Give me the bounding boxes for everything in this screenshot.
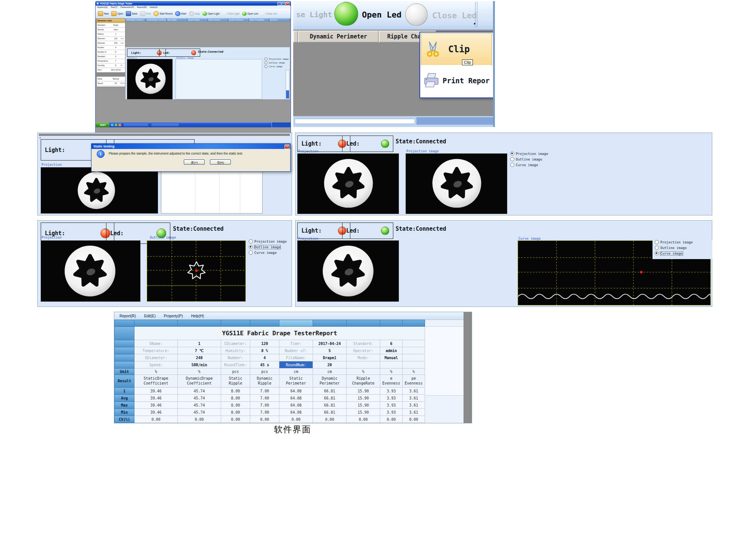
radio-outline-image[interactable]: Outline image: [249, 245, 287, 249]
radio-curve-image[interactable]: Curve image: [510, 163, 548, 167]
parameter-row[interactable]: Number 4: [97, 46, 125, 50]
result-list-area: [161, 167, 263, 214]
toolbar-button[interactable]: New: [97, 11, 110, 16]
parameter-row[interactable]: Standard 6: [97, 55, 125, 59]
scroll-left-icon[interactable]: ◂: [39, 136, 41, 139]
menu-item[interactable]: Test(T): [111, 6, 118, 8]
quicklaunch-icon[interactable]: [118, 124, 121, 126]
radio-projection-image[interactable]: Projection image: [249, 239, 287, 243]
toolbar-button[interactable]: Open Led: [241, 11, 259, 16]
toolbar-button[interactable]: Print: [139, 11, 152, 16]
outline-grid-graphic: [147, 241, 245, 301]
radio-outline-image[interactable]: Outline image: [510, 157, 548, 161]
menu-item[interactable]: Parameter(P): [121, 6, 134, 8]
toolbar-label: New: [104, 12, 109, 15]
horizontal-scrollbar[interactable]: [295, 119, 415, 124]
menu-property[interactable]: Property(P): [164, 314, 183, 318]
yes-button[interactable]: 是(Y): [184, 159, 205, 165]
close-button[interactable]: ×: [286, 2, 289, 6]
quicklaunch-icon[interactable]: [115, 124, 117, 126]
start-button[interactable]: start: [96, 122, 110, 127]
work-area: [125, 22, 290, 47]
parameter-row[interactable]: Temperature 7: [97, 59, 125, 63]
column-header[interactable]: Ripple ChangeRate: [249, 18, 269, 22]
light-label: Light:: [301, 227, 322, 234]
radio-projection-image[interactable]: Projection image: [655, 240, 693, 244]
parameter-row[interactable]: Special value: [97, 28, 125, 32]
toolbar-button[interactable]: Start: [174, 11, 187, 16]
open-led-button[interactable]: Open Led: [362, 10, 402, 19]
radio-option[interactable]: Projection image: [264, 57, 289, 60]
parameter-row[interactable]: Speed 50 R/min: [97, 81, 125, 86]
parameter-row[interactable]: RoundTime 45 s: [97, 86, 125, 87]
close-led-button[interactable]: Close Led: [432, 11, 477, 20]
static-testing-panel: ◂ Light: Led: Projection Static testing …: [37, 133, 292, 215]
parameter-row[interactable]: Number of 5: [97, 50, 125, 55]
parameter-row[interactable]: SName 1: [97, 32, 125, 37]
parameter-row[interactable]: Standard Drape: [97, 23, 125, 28]
context-menu-item-print-report[interactable]: Print Repor: [421, 65, 491, 96]
vertical-scrollbar[interactable]: [286, 70, 289, 100]
close-led-orb-icon[interactable]: [405, 3, 428, 26]
column-header[interactable]: DynamicDrape Coefficient: [146, 18, 167, 22]
grid-header-dynamic-perimeter[interactable]: Dynamic Perimeter: [298, 31, 379, 43]
no-button[interactable]: 否(N): [210, 159, 231, 165]
toolbar-button[interactable]: Open: [110, 11, 124, 16]
task-button[interactable]: [123, 123, 149, 127]
scrollbar-thumb[interactable]: [286, 90, 289, 99]
parameter-row[interactable]: Humidity 8 %: [97, 63, 125, 68]
menu-help[interactable]: Help(H): [191, 314, 204, 318]
parameter-row[interactable]: [97, 72, 125, 77]
statics-image-label: Statics image: [176, 56, 194, 59]
title-row: YGS11E Fabric Drape TesterReport: [115, 327, 425, 340]
radio-option[interactable]: Outline image: [264, 61, 289, 64]
image-mode-radios: Projection image Outline image Curve ima…: [249, 239, 287, 256]
toolbar-button[interactable]: Stop: [188, 11, 201, 16]
drape-projection-graphic: [61, 242, 120, 301]
column-header[interactable]: Dynamic Ripple: [187, 18, 208, 22]
info-icon: i: [97, 150, 105, 158]
parameter-header: Parameter value: [97, 19, 125, 23]
column-header[interactable]: StaticDrape Coefficient: [125, 18, 146, 22]
printer-icon: [422, 72, 440, 89]
radio-curve-image[interactable]: Curve image: [249, 251, 287, 255]
sheet-header-row: [115, 320, 425, 327]
minimize-button[interactable]: _: [278, 2, 281, 6]
parameter-row[interactable]: Mode Manual: [97, 77, 125, 81]
chevron-right-icon[interactable]: ▸: [474, 21, 476, 25]
close-light-button-fragment[interactable]: se Light: [296, 10, 332, 19]
radio-projection-image[interactable]: Projection image: [510, 152, 548, 156]
radio-curve-image[interactable]: Curve image: [655, 251, 693, 255]
dialog-titlebar[interactable]: Static testing: [92, 144, 290, 149]
menu-item[interactable]: System(S): [97, 6, 108, 8]
quicklaunch-icon[interactable]: [111, 124, 114, 126]
parameter-row[interactable]: Diameter 120 mm: [97, 37, 125, 41]
column-header[interactable]: Evenness: [269, 18, 290, 22]
dialog-close-icon[interactable]: ×: [285, 144, 289, 149]
menu-report[interactable]: Report(R): [120, 314, 136, 318]
radio-option[interactable]: Curve image: [264, 65, 289, 68]
maximize-button[interactable]: □: [282, 2, 285, 6]
open-led-orb-icon[interactable]: [334, 2, 358, 26]
parameter-row[interactable]: Time 2017-04-24: [97, 68, 125, 72]
toolbar-button[interactable]: Start Round: [152, 11, 174, 16]
column-header[interactable]: Dynamic Perimeter: [228, 18, 249, 22]
toolbar-button[interactable]: Close Light: [221, 11, 241, 16]
menu-item[interactable]: Report(R): [137, 6, 147, 8]
menu-edit[interactable]: Edit(E): [144, 314, 156, 318]
roundnum-highlighted-cell[interactable]: RoundNum:: [279, 361, 313, 368]
menu-item[interactable]: Help(H): [150, 6, 158, 8]
toolbar-button[interactable]: Close Led: [260, 11, 278, 16]
radio-outline-image[interactable]: Outline image: [655, 246, 693, 250]
app-titlebar[interactable]: YGS11E Fabric Drape Tester _ □ ×: [96, 1, 291, 6]
dialog-message: Please prepare the sample, the instrumen…: [109, 152, 287, 155]
column-header[interactable]: Static Perimeter: [208, 18, 228, 22]
led-indicator-box: Led:: [159, 49, 200, 57]
parameter-row[interactable]: Diameter 240 mm: [97, 41, 125, 46]
column-header[interactable]: Static Ripple: [167, 18, 187, 22]
curve-center-dot: [640, 271, 643, 274]
context-menu-item-clip[interactable]: Clip: [421, 33, 492, 65]
task-button[interactable]: [151, 123, 179, 127]
toolbar-button[interactable]: Save: [125, 11, 139, 16]
toolbar-button[interactable]: Open Light: [201, 11, 221, 16]
